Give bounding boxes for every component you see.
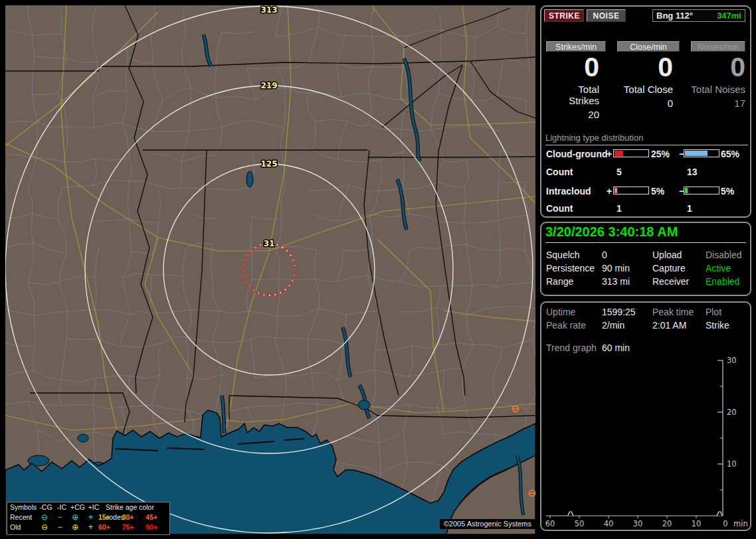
status-cell: Squelch	[546, 250, 580, 260]
status-cell: Receiver	[652, 276, 689, 287]
strike-symbol-glyph: ⊕	[68, 512, 83, 522]
negative-count: 13	[687, 167, 698, 177]
rate-button[interactable]: Close/min	[617, 41, 680, 52]
rate-value: 0	[691, 52, 745, 82]
y-tick-label: 10	[727, 459, 737, 469]
trend-graph: 1020306050403020100min	[541, 303, 750, 530]
range-ring-label: 219	[260, 81, 277, 90]
count-label: Count	[546, 167, 573, 177]
lightning-type-label: Intracloud	[546, 186, 591, 196]
noise-mode-button[interactable]: NOISE	[587, 9, 626, 22]
negative-bar	[684, 149, 719, 157]
legend-col-header: +IC	[86, 502, 102, 512]
age-code: 15+	[98, 512, 122, 522]
status-row: Squelch0UploadDisabled	[541, 250, 750, 263]
strike-stats-panel: STRIKE NOISE Bng 112° 347mi Strikes/min0…	[540, 5, 751, 218]
status-row: Range313 miReceiverEnabled	[541, 276, 750, 289]
datetime-display: 3/20/2026 3:40:18 AM	[545, 224, 746, 243]
y-tick-label: 30	[727, 356, 737, 365]
status-cell: Capture	[652, 263, 686, 273]
x-tick-label: 0	[723, 519, 727, 528]
strike-mode-button[interactable]: STRIKE	[544, 9, 584, 22]
radar-map[interactable]: 31125219313 ©2005 Astrogenic Systems	[5, 5, 535, 534]
lake	[246, 171, 253, 187]
positive-count: 5	[616, 167, 622, 177]
plus-sign: +	[607, 149, 612, 159]
count-label: Count	[546, 203, 573, 214]
status-cell: 90 min	[602, 263, 630, 273]
strike-symbol-glyph: +	[83, 522, 98, 532]
negative-bar	[684, 187, 719, 194]
age-code: 45+	[145, 512, 169, 522]
y-tick-label: 20	[727, 408, 737, 417]
strike-symbol-glyph: ⊖	[37, 522, 52, 532]
clock-status-panel: 3/20/2026 3:40:18 AM Squelch0UploadDisab…	[540, 222, 751, 296]
lightning-type-label: Cloud-ground	[546, 149, 608, 159]
x-tick-label: 20	[662, 519, 672, 528]
status-row: Peak rate2/min2:01 AMStrike	[541, 320, 750, 333]
status-cell: Range	[546, 276, 573, 287]
trend-graph-label: Trend graph	[546, 343, 597, 353]
lake	[358, 400, 370, 410]
status-cell: 1599:25	[602, 307, 636, 317]
distribution-count-row: Count513	[541, 167, 750, 177]
counter-column-strikes-min: Strikes/min0Total Strikes20	[546, 41, 606, 120]
legend-col-header: -IC	[54, 502, 70, 512]
distribution-title: Lightning type distribution	[545, 133, 748, 145]
x-tick-label: 50	[575, 519, 585, 528]
age-code: 30+	[122, 512, 146, 522]
positive-count: 1	[616, 203, 622, 214]
total-value: 20	[546, 109, 606, 120]
trend-bump	[568, 512, 573, 516]
positive-percent: 5%	[651, 186, 664, 196]
legend-row-label: Recent	[10, 512, 37, 522]
legend-col-header: -CG	[38, 502, 54, 512]
x-tick-label: 60	[545, 519, 555, 528]
total-label: Total Noises	[691, 84, 745, 95]
bearing-display: Bng 112° 347mi	[652, 9, 745, 22]
x-tick-label: 10	[692, 519, 702, 528]
status-row: Persistence90 minCaptureActive	[541, 263, 750, 276]
status-cell: 313 mi	[602, 276, 630, 287]
positive-percent: 25%	[651, 149, 670, 159]
status-cell: Peak time	[652, 307, 694, 317]
status-cell: 0	[602, 250, 607, 260]
age-code: 75+	[122, 522, 146, 532]
strike-symbol-glyph: ⊖	[37, 512, 52, 522]
x-axis-unit: min	[733, 519, 748, 528]
strike-symbol-glyph: +	[83, 512, 98, 522]
status-cell: Peak rate	[546, 320, 586, 331]
trend-graph-label-row: Trend graph 60 min	[541, 343, 750, 354]
rate-button[interactable]: Strikes/min	[546, 41, 606, 52]
rate-value: 0	[617, 52, 680, 82]
status-cell: Disabled	[706, 250, 741, 260]
axes	[546, 360, 723, 516]
legend-row-label: Old	[10, 522, 37, 532]
map-copyright: ©2005 Astrogenic Systems	[440, 519, 535, 529]
strike-symbol-glyph: −	[52, 512, 68, 522]
range-ring-label: 125	[260, 159, 277, 169]
age-code: 90+	[145, 522, 169, 532]
range-ring-label: 31	[264, 239, 275, 248]
status-cell: Upload	[652, 250, 682, 260]
total-label: Total Strikes	[546, 84, 606, 106]
legend-header-row: Symbols-CG-IC+CG+ICStrike age color code…	[7, 502, 169, 512]
status-cell: Persistence	[546, 263, 595, 273]
distribution-count-row: Count11	[541, 203, 750, 214]
counter-column-close-min: Close/min0Total Close0	[617, 41, 680, 120]
trend-panel: 1020306050403020100min Uptime1599:25Peak…	[540, 301, 751, 531]
strike-symbol-glyph: −	[52, 522, 68, 532]
status-cell: 2/min	[602, 320, 624, 331]
plus-sign: +	[607, 186, 612, 196]
status-cell: Plot	[706, 307, 721, 317]
status-cell: Strike	[706, 320, 729, 331]
status-cell: 2:01 AM	[652, 320, 686, 331]
age-code: 60+	[98, 522, 122, 532]
positive-bar	[613, 187, 649, 194]
total-label: Total Close	[617, 84, 680, 95]
rate-button[interactable]: Noises/min	[691, 41, 745, 52]
negative-percent: 65%	[721, 149, 739, 159]
status-row: Uptime1599:25Peak timePlot	[541, 307, 750, 320]
negative-percent: 5%	[721, 186, 734, 196]
negative-count: 1	[687, 203, 692, 214]
